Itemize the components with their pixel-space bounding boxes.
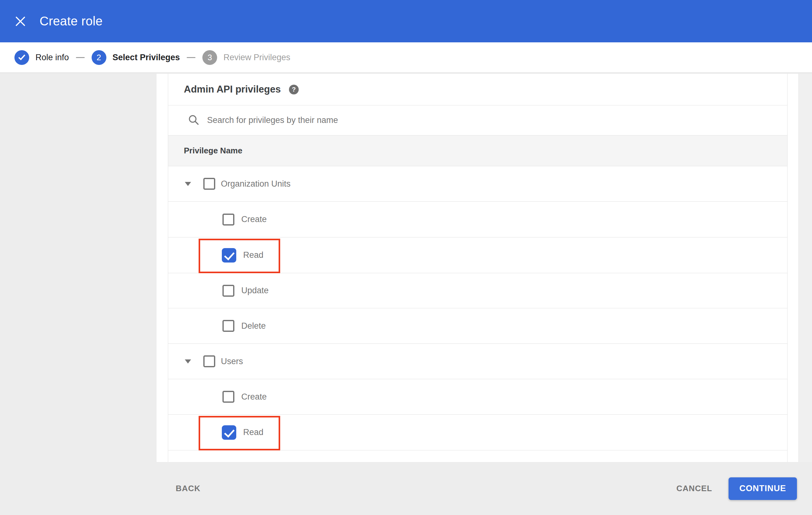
highlight-box — [199, 416, 280, 450]
step-label: Role info — [35, 53, 69, 62]
search-row — [168, 105, 787, 135]
step-number-badge: 2 — [92, 50, 106, 65]
step-number-badge: 3 — [202, 50, 217, 65]
highlight-box — [199, 239, 280, 273]
privilege-checkbox-checked[interactable] — [222, 425, 236, 440]
continue-button[interactable]: CONTINUE — [729, 477, 797, 500]
step-label: Review Privileges — [223, 53, 290, 62]
privilege-row-partial — [168, 450, 787, 462]
privilege-checkbox[interactable] — [223, 320, 234, 332]
collapse-arrow-icon[interactable] — [185, 359, 191, 364]
stepper-step-role-info[interactable]: Role info — [14, 50, 69, 65]
step-connector — [76, 57, 85, 58]
privilege-row: Update — [168, 273, 787, 308]
group-label: Users — [221, 357, 243, 366]
privilege-group-row: Users — [168, 344, 787, 379]
cancel-button[interactable]: CANCEL — [676, 484, 712, 493]
section-title: Admin API privileges — [184, 84, 281, 95]
privilege-checkbox-checked[interactable] — [222, 248, 236, 263]
back-button[interactable]: BACK — [176, 484, 201, 493]
privilege-row: Read — [168, 415, 787, 450]
table-header-row: Privilege Name — [168, 135, 787, 166]
privileges-panel: Admin API privileges ? Privilege Name Or… — [168, 74, 787, 462]
privilege-label: Create — [241, 392, 267, 402]
footer-bar: BACK CANCEL CONTINUE — [0, 462, 812, 515]
close-icon[interactable] — [14, 16, 26, 27]
privilege-row: Create — [168, 379, 787, 415]
stepper-step-review-privileges[interactable]: 3 Review Privileges — [202, 50, 290, 65]
step-label: Select Privileges — [113, 53, 180, 62]
privilege-label: Create — [241, 215, 267, 224]
privilege-name-header: Privilege Name — [184, 146, 242, 156]
search-icon — [187, 114, 200, 127]
group-checkbox[interactable] — [203, 355, 215, 367]
step-completed-check-icon — [14, 50, 29, 65]
step-connector — [187, 57, 196, 58]
section-heading-row: Admin API privileges ? — [168, 74, 787, 105]
dialog-header: Create role — [0, 0, 812, 42]
collapse-arrow-icon[interactable] — [185, 182, 191, 186]
privilege-checkbox[interactable] — [223, 391, 234, 403]
privilege-checkbox[interactable] — [223, 214, 234, 225]
privilege-row: Read — [168, 237, 787, 273]
stepper-step-select-privileges[interactable]: 2 Select Privileges — [92, 50, 180, 65]
privilege-label: Update — [241, 286, 268, 296]
group-checkbox[interactable] — [203, 178, 215, 190]
privilege-group-row: Organization Units — [168, 166, 787, 202]
privilege-label: Delete — [241, 321, 266, 331]
page-title: Create role — [39, 14, 103, 28]
content-area: Admin API privileges ? Privilege Name Or… — [156, 74, 799, 462]
stepper: Role info 2 Select Privileges 3 Review P… — [0, 42, 812, 73]
help-icon[interactable]: ? — [289, 85, 299, 94]
privilege-label: Read — [243, 427, 264, 437]
privilege-row: Create — [168, 202, 787, 237]
group-label: Organization Units — [221, 179, 291, 189]
search-input[interactable] — [207, 115, 646, 125]
privilege-row: Delete — [168, 308, 787, 344]
privilege-label: Read — [243, 250, 264, 260]
scrollbar-track[interactable] — [799, 74, 812, 462]
privilege-checkbox[interactable] — [223, 285, 234, 297]
